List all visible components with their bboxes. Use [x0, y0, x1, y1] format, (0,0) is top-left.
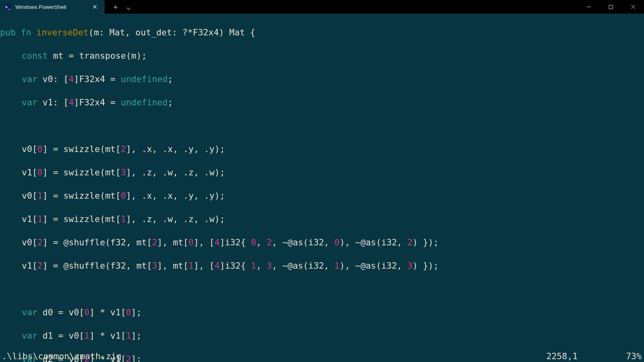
- tab-dropdown-button[interactable]: ⌵: [126, 3, 131, 11]
- code-line: var d1 = v0[1] * v1[1];: [0, 330, 644, 341]
- window-close-button[interactable]: [622, 0, 644, 14]
- editor-viewport[interactable]: pub fn inverseDet(m: Mat, out_det: ?*F32…: [0, 14, 644, 350]
- code-line: [0, 120, 644, 132]
- new-tab-button[interactable]: ＋: [112, 2, 119, 12]
- code-line: var d2 = v0[2] * v1[2];: [0, 353, 644, 362]
- code-line: v1[0] = swizzle(mt[3], .z, .w, .z, .w);: [0, 167, 644, 178]
- svg-rect-1: [609, 5, 613, 9]
- window-maximize-button[interactable]: [600, 0, 622, 14]
- code-line: v0[0] = swizzle(mt[2], .x, .x, .y, .y);: [0, 143, 644, 155]
- tab-close-button[interactable]: ✕: [91, 3, 99, 11]
- code-line: [0, 283, 644, 295]
- window-controls: [578, 0, 644, 14]
- code-line: var v1: [4]F32x4 = undefined;: [0, 97, 644, 108]
- code-line: var v0: [4]F32x4 = undefined;: [0, 73, 644, 85]
- powershell-icon: >_: [4, 3, 11, 10]
- terminal-tab[interactable]: >_ Windows PowerShell ✕: [0, 0, 105, 14]
- tab-strip-controls: ＋ ⌵: [105, 0, 131, 14]
- code-line: pub fn inverseDet(m: Mat, out_det: ?*F32…: [0, 27, 644, 38]
- tab-title: Windows PowerShell: [15, 4, 87, 10]
- code-line: v0[2] = @shuffle(f32, mt[2], mt[0], [4]i…: [0, 237, 644, 248]
- window-minimize-button[interactable]: [578, 0, 600, 14]
- window-titlebar: >_ Windows PowerShell ✕ ＋ ⌵: [0, 0, 644, 14]
- code-line: const mt = transpose(m);: [0, 50, 644, 62]
- code-line: v1[2] = @shuffle(f32, mt[3], mt[1], [4]i…: [0, 260, 644, 272]
- code-line: v0[1] = swizzle(mt[0], .x, .x, .y, .y);: [0, 190, 644, 202]
- code-line: v1[1] = swizzle(mt[1], .z, .w, .z, .w);: [0, 213, 644, 225]
- code-line: var d0 = v0[0] * v1[0];: [0, 306, 644, 318]
